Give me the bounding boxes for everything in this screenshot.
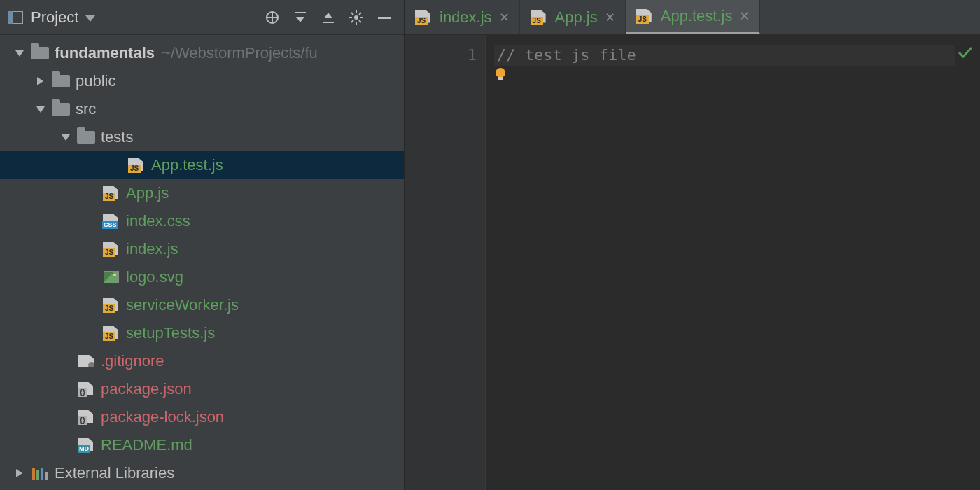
select-opened-file-button[interactable] [258,4,286,31]
svg-line-18 [359,13,361,15]
svg-line-17 [351,20,354,22]
tree-folder-src[interactable]: src [0,95,404,123]
svg-line-15 [351,13,354,15]
editor-area: index.js✕App.js✕App.test.js✕ 1 // test j… [405,0,980,490]
svg-point-10 [354,15,358,20]
chevron-down-icon[interactable] [13,49,27,57]
plain-icon [76,355,97,368]
close-tab-icon[interactable]: ✕ [605,10,615,25]
svg-marker-20 [15,50,24,57]
svg-rect-19 [378,17,391,19]
svg-rect-26 [498,77,503,80]
json-icon [76,410,97,424]
project-tool-window: Project [0,0,405,490]
collapse-all-button[interactable] [314,4,342,31]
svg-marker-22 [36,106,45,113]
svg-rect-1 [8,11,13,24]
editor-gutter: 1 [405,35,486,490]
tab-label: App.test.js [661,7,733,25]
library-icon [29,466,50,480]
tree-item-label: tests [101,128,133,146]
tree-file-serviceworker-js[interactable]: serviceWorker.js [0,291,404,319]
editor-tab-index-js[interactable]: index.js✕ [405,0,520,34]
tree-file-index-css[interactable]: index.css [0,207,404,235]
tree-folder-tests[interactable]: tests [0,123,404,151]
tree-root[interactable]: fundamentals ~/WebstormProjects/fu [0,39,404,67]
md-icon [76,438,97,452]
tree-root-path: ~/WebstormProjects/fu [162,44,318,62]
js-icon [101,326,122,340]
js-icon [636,9,654,23]
inspection-ok-icon[interactable] [958,45,973,62]
expand-all-button[interactable] [286,4,314,31]
tree-file-setuptests-js[interactable]: setupTests.js [0,319,404,347]
js-icon [101,298,122,312]
tree-item-label: setupTests.js [126,324,215,342]
project-tree: fundamentals ~/WebstormProjects/fu publi… [0,35,404,490]
tree-file-package-json[interactable]: package.json [0,375,404,403]
js-icon [414,10,433,24]
line-number: 1 [405,45,477,66]
tree-item-label: index.js [126,240,178,258]
tree-file-package-lock-json[interactable]: package-lock.json [0,403,404,431]
tree-root-label: fundamentals [55,44,155,62]
js-icon [126,158,147,172]
panel-dropdown-icon[interactable] [85,8,95,27]
tree-item-label: package-lock.json [101,408,224,426]
tree-file-app-test-js[interactable]: App.test.js [0,151,404,179]
tree-file--gitignore[interactable]: .gitignore [0,347,404,375]
hide-panel-button[interactable] [370,4,398,31]
close-tab-icon[interactable]: ✕ [499,10,510,25]
js-icon [101,242,122,256]
svg-marker-9 [324,13,332,18]
external-libraries-label: External Libraries [55,464,174,482]
panel-title[interactable]: Project [31,8,78,27]
tree-file-readme-md[interactable]: README.md [0,431,404,459]
svg-marker-21 [37,77,43,85]
folder-icon [50,75,71,88]
tree-item-label: App.js [126,184,169,202]
svg-line-16 [359,20,361,22]
js-icon [101,186,122,200]
css-icon [101,214,122,228]
svg-marker-7 [296,17,304,22]
code-line-1: // test js file [494,45,955,66]
img-icon [101,271,122,284]
tree-file-logo-svg[interactable]: logo.svg [0,263,404,291]
project-panel-header: Project [0,0,404,35]
chevron-right-icon[interactable] [13,469,27,477]
tree-file-app-js[interactable]: App.js [0,179,404,207]
tree-item-label: package.json [101,380,192,398]
editor-content[interactable]: // test js file [486,35,980,490]
editor-tab-app-js[interactable]: App.js✕ [520,0,626,34]
chevron-right-icon[interactable] [34,77,48,85]
tree-item-label: README.md [101,436,192,454]
tree-item-label: logo.svg [126,268,183,286]
tree-folder-public[interactable]: public [0,67,404,95]
external-libraries[interactable]: External Libraries [0,459,404,487]
tree-item-label: public [76,72,115,90]
js-icon [530,10,548,24]
tree-item-label: src [76,100,96,118]
panel-icon [7,10,24,24]
tree-file-index-js[interactable]: index.js [0,235,404,263]
chevron-down-icon[interactable] [59,133,73,141]
settings-button[interactable] [342,4,370,31]
tree-item-label: .gitignore [101,352,164,370]
tab-label: App.js [555,8,598,27]
svg-marker-23 [62,134,70,141]
json-icon [76,382,97,396]
folder-icon [29,47,50,59]
intention-bulb-icon[interactable] [494,67,507,86]
svg-marker-24 [16,469,22,477]
svg-marker-2 [85,15,95,22]
tab-label: index.js [440,8,492,27]
code-editor[interactable]: 1 // test js file [405,35,980,490]
chevron-down-icon[interactable] [34,105,48,113]
tree-item-label: App.test.js [151,156,223,174]
close-tab-icon[interactable]: ✕ [739,8,750,24]
folder-icon [50,103,71,115]
folder-icon [76,131,97,144]
svg-point-25 [496,68,505,78]
editor-tab-app-test-js[interactable]: App.test.js✕ [626,0,761,34]
